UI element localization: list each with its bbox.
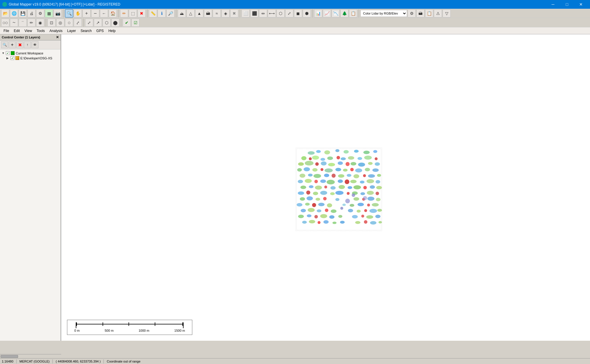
terrain2-button[interactable]: △ [186,9,195,17]
pan-button[interactable]: ✋ [74,9,82,17]
menu-file[interactable]: File [1,28,11,33]
menu-edit[interactable]: Edit [11,28,22,33]
config-button[interactable]: ⚙ [36,9,44,17]
control-panel-close[interactable]: ✕ [56,35,59,39]
workspace-icon [11,51,15,55]
zoom-out-button[interactable]: − [91,9,99,17]
sep1 [63,9,64,17]
sep5 [240,9,240,17]
measure-button[interactable]: 📏 [149,9,157,17]
pencil-button[interactable]: ✏ [120,9,128,17]
print-button[interactable]: 🖨 [27,9,36,17]
menu-layer[interactable]: Layer [65,28,78,33]
menu-gps[interactable]: GPS [94,28,106,33]
lidar-warning-button[interactable]: ⚠ [434,9,442,17]
delete2-button[interactable]: ✖ [230,9,238,17]
move1-button[interactable]: ⤢ [85,19,93,27]
checkbox-workspace[interactable]: ✔ [6,51,10,55]
cp-remove-layer-button[interactable]: ✖ [16,41,23,48]
search-map-button[interactable]: 🔎 [166,9,175,17]
draw5-button[interactable]: ◉ [36,19,44,27]
layer-button[interactable]: ▦ [45,9,53,17]
globe-button[interactable]: 🌐 [10,9,18,17]
close-button[interactable]: ✕ [574,0,588,9]
tree-item-workspace[interactable]: ▼ ✔ Current Workspace [1,51,60,56]
stats5-button[interactable]: 📋 [349,9,357,17]
view8-button[interactable]: ⬢ [303,9,311,17]
terrain4-button[interactable]: 🏔 [204,9,212,17]
lidar-table-button[interactable]: 📋 [425,9,433,17]
checkbox-file[interactable]: ✔ [10,56,14,60]
svg-point-89 [323,197,327,200]
menu-help[interactable]: Help [106,28,118,33]
view4-button[interactable]: ⟷ [268,9,276,17]
cp-add-layer-button[interactable]: + [9,41,16,48]
view2-button[interactable]: ⬛ [250,9,258,17]
info-button[interactable]: ℹ [158,9,166,17]
home-button[interactable]: 🏠 [109,9,117,17]
cp-options-button[interactable]: 👁 [31,41,38,48]
menu-analysis[interactable]: Analysis [47,28,65,33]
lidar-filter-button[interactable]: ▽ [443,9,451,17]
view3-button[interactable]: ⇔ [259,9,267,17]
open-button[interactable]: 📂 [1,9,9,17]
back-button[interactable]: ← [100,9,108,17]
select-button[interactable]: ⬚ [129,9,137,17]
menu-tools[interactable]: Tools [34,28,47,33]
zoom-in-button[interactable]: + [82,9,91,17]
terrain5-button[interactable]: ≈ [213,9,221,17]
svg-point-39 [355,168,362,172]
move4-button[interactable]: ⬤ [111,19,119,27]
map-area[interactable]: 0 m 500 m 1000 m 1500 m [61,34,590,341]
digitize4-button[interactable]: ⤤ [74,19,82,27]
snap1-button[interactable]: ✔ [123,19,131,27]
terrain1-button[interactable]: ⛰ [178,9,186,17]
draw1-button[interactable]: ⬡⬡ [1,19,9,27]
terrain3-button[interactable]: ▲ [195,9,203,17]
svg-point-80 [335,191,344,195]
cp-zoom-layer-button[interactable]: 🔍 [1,41,8,48]
maximize-button[interactable]: □ [560,0,574,9]
draw4-button[interactable]: ✏ [27,19,36,27]
panel-hscroll[interactable] [0,354,61,358]
stats3-button[interactable]: 📉 [332,9,340,17]
snap2-button[interactable]: ☑ [131,19,140,27]
stats2-button[interactable]: 📈 [323,9,331,17]
terrain6-button[interactable]: ◈ [221,9,230,17]
digitize1-button[interactable]: ⊡ [47,19,56,27]
zoom-box-button[interactable]: 🔍 [65,9,73,17]
digitize2-button[interactable]: ◎ [56,19,64,27]
svg-point-5 [344,150,349,153]
menu-view[interactable]: View [22,28,34,33]
view7-button[interactable]: ◼ [294,9,302,17]
capture-button[interactable]: 📷 [54,9,62,17]
menu-search[interactable]: Search [78,28,94,33]
view5-button[interactable]: ⬡ [276,9,285,17]
lidar-mountain-button[interactable]: 🏔 [416,9,425,17]
svg-point-110 [348,209,353,212]
move3-button[interactable]: ⬡ [103,19,111,27]
move2-button[interactable]: ↗ [94,19,102,27]
draw2-button[interactable]: 〜 [10,19,18,27]
cp-move-up-button[interactable]: ↑ [24,41,31,48]
svg-point-12 [320,158,325,161]
hscroll-thumb[interactable] [1,355,18,358]
file-icon [15,56,19,60]
expand-icon-workspace[interactable]: ▼ [2,52,5,55]
svg-point-88 [316,198,320,200]
draw3-button[interactable]: ⌒ [19,19,27,27]
minimize-button[interactable]: ─ [546,0,560,9]
digitize3-button[interactable]: ⬡ [65,19,73,27]
lidar-config-button[interactable]: ⚙ [408,9,416,17]
status-message: Coordinate out of range [107,360,140,363]
expand-icon-file[interactable]: ▶ [6,56,9,60]
save-button[interactable]: 💾 [19,9,27,17]
view6-button[interactable]: ⤢ [285,9,293,17]
status-sep-3 [103,359,104,363]
delete-button[interactable]: ✖ [138,9,146,17]
view1-button[interactable]: ⬜ [242,9,250,17]
stats1-button[interactable]: 📊 [314,9,322,17]
tree-item-file[interactable]: ▶ ✔ E:\Developer\OSG-XS [1,56,60,61]
stats4-button[interactable]: 🌲 [340,9,348,17]
color-lidar-dropdown[interactable]: Color Lidar by RGB/Elev Color Lidar by E… [360,10,407,17]
